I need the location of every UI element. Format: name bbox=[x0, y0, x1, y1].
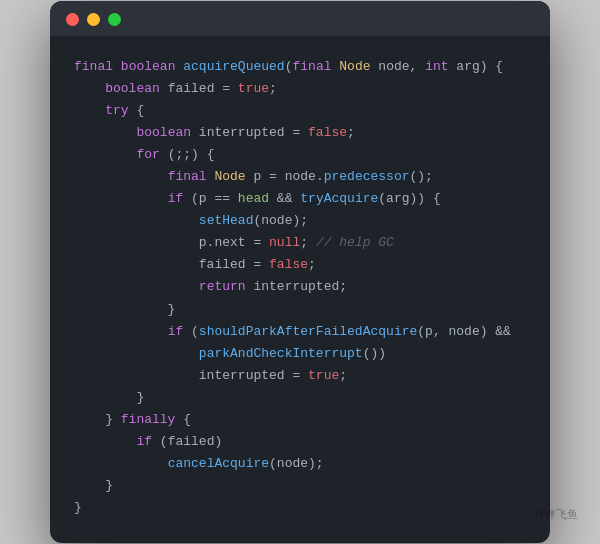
code-line-9: p.next = null; // help GC bbox=[74, 232, 526, 254]
code-line-15: interrupted = true; bbox=[74, 365, 526, 387]
minimize-button[interactable] bbox=[87, 13, 100, 26]
code-line-10: failed = false; bbox=[74, 254, 526, 276]
code-window: final boolean acquireQueued(final Node n… bbox=[50, 1, 550, 544]
code-line-4: boolean interrupted = false; bbox=[74, 122, 526, 144]
code-line-14: parkAndCheckInterrupt()) bbox=[74, 343, 526, 365]
code-line-16: } bbox=[74, 387, 526, 409]
code-line-2: boolean failed = true; bbox=[74, 78, 526, 100]
code-line-7: if (p == head && tryAcquire(arg)) { bbox=[74, 188, 526, 210]
code-line-18: if (failed) bbox=[74, 431, 526, 453]
code-line-1: final boolean acquireQueued(final Node n… bbox=[74, 56, 526, 78]
watermark: 月伴飞鱼 bbox=[534, 507, 578, 522]
code-line-3: try { bbox=[74, 100, 526, 122]
code-line-5: for (;;) { bbox=[74, 144, 526, 166]
code-line-13: if (shouldParkAfterFailedAcquire(p, node… bbox=[74, 321, 526, 343]
code-line-12: } bbox=[74, 299, 526, 321]
code-line-20: } bbox=[74, 475, 526, 497]
code-line-8: setHead(node); bbox=[74, 210, 526, 232]
code-line-17: } finally { bbox=[74, 409, 526, 431]
maximize-button[interactable] bbox=[108, 13, 121, 26]
code-line-6: final Node p = node.predecessor(); bbox=[74, 166, 526, 188]
code-block: final boolean acquireQueued(final Node n… bbox=[50, 36, 550, 544]
code-line-21: } bbox=[74, 497, 526, 519]
code-line-19: cancelAcquire(node); bbox=[74, 453, 526, 475]
close-button[interactable] bbox=[66, 13, 79, 26]
titlebar bbox=[50, 1, 550, 36]
outer-container: final boolean acquireQueued(final Node n… bbox=[0, 0, 600, 544]
code-line-11: return interrupted; bbox=[74, 276, 526, 298]
